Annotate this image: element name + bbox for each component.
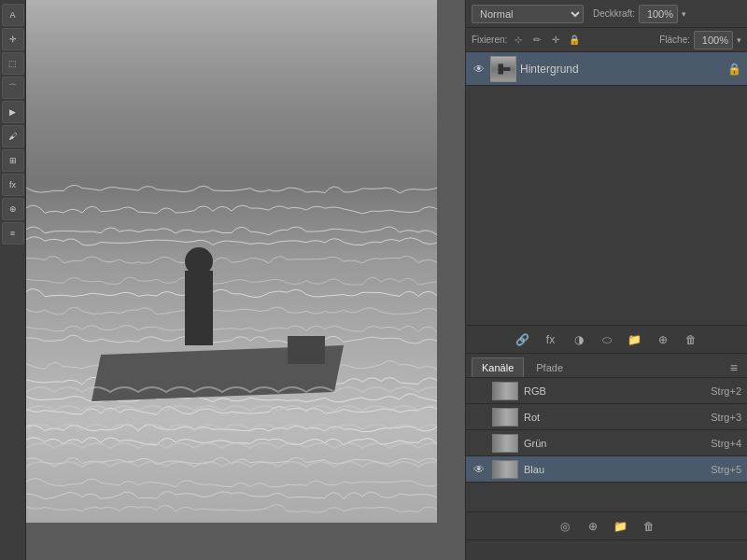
fix-lock-icon[interactable]: 🔒 xyxy=(567,33,582,48)
opacity-label: Deckkraft: xyxy=(593,8,635,19)
tool-play[interactable]: ▶ xyxy=(2,101,24,123)
channel-row-rgb[interactable]: RGBStrg+2 xyxy=(466,378,747,404)
fill-arrow[interactable]: ▾ xyxy=(737,35,741,45)
canvas-area xyxy=(26,0,465,560)
fix-position-icon[interactable]: ⊹ xyxy=(511,33,526,48)
tool-zoom[interactable]: ⊕ xyxy=(2,198,24,220)
channel-row-rot[interactable]: RotStrg+3 xyxy=(466,404,747,430)
channel-row-blau[interactable]: 👁BlauStrg+5 xyxy=(466,456,747,483)
channel-new-icon[interactable]: ⊕ xyxy=(583,516,603,537)
layers-top-bar: Normal Deckkraft: ▾ xyxy=(466,0,747,28)
new-layer-icon[interactable]: ⊕ xyxy=(653,329,673,350)
panel-menu-btn[interactable]: ≡ xyxy=(726,358,741,377)
tool-select[interactable]: ⬚ xyxy=(2,52,24,75)
fix-label: Fixieren: xyxy=(472,35,507,45)
layer-thumbnail xyxy=(490,56,516,82)
channel-thumb-grün xyxy=(492,434,518,453)
channel-thumb-blau xyxy=(492,460,518,479)
channel-shortcut-rgb: Strg+2 xyxy=(711,385,741,397)
fix-move-icon[interactable]: ✛ xyxy=(548,33,563,48)
fx-icon[interactable]: fx xyxy=(541,329,561,350)
layer-visibility-eye[interactable]: 👁 xyxy=(472,62,486,77)
folder-icon[interactable]: 📁 xyxy=(625,329,645,350)
left-toolbar: A ✛ ⬚ ⌒ ▶ 🖌 ⊞ fx ⊕ ≡ xyxy=(0,0,26,560)
channel-shortcut-grün: Strg+4 xyxy=(711,438,741,449)
tool-grid[interactable]: ⊞ xyxy=(2,149,24,172)
opacity-input[interactable] xyxy=(639,5,678,23)
bottom-panel: Kanäle Pfade ≡ RGBStrg+2RotStrg+3GrünStr… xyxy=(466,353,747,539)
channel-name-rgb: RGB xyxy=(524,385,705,397)
tabs-bar: Kanäle Pfade ≡ xyxy=(466,354,747,378)
tool-brush[interactable]: 🖌 xyxy=(2,125,24,147)
tool-move[interactable]: ✛ xyxy=(2,28,24,50)
channel-eye-blau[interactable]: 👁 xyxy=(472,463,486,476)
bw-canvas xyxy=(26,0,437,523)
photo-canvas xyxy=(26,0,437,523)
delete-layer-icon[interactable]: 🗑 xyxy=(681,329,701,350)
tab-kanaele[interactable]: Kanäle xyxy=(472,357,524,377)
link-icon[interactable]: 🔗 xyxy=(513,329,533,350)
fill-input[interactable] xyxy=(694,31,733,49)
layer-name: Hintergrund xyxy=(520,63,724,76)
channel-delete-icon[interactable]: 🗑 xyxy=(639,516,659,537)
channel-row-grün[interactable]: GrünStrg+4 xyxy=(466,430,747,456)
opacity-arrow[interactable]: ▾ xyxy=(682,9,686,19)
tool-menu[interactable]: ≡ xyxy=(2,222,24,245)
channel-folder-icon[interactable]: 📁 xyxy=(611,516,631,537)
layers-list: 👁 Hintergrund 🔒 xyxy=(466,52,747,325)
tool-lasso[interactable]: ⌒ xyxy=(2,77,24,99)
tab-pfade[interactable]: Pfade xyxy=(526,357,573,377)
channel-shortcut-blau: Strg+5 xyxy=(711,464,741,475)
channel-thumb-rot xyxy=(492,408,518,427)
status-bar xyxy=(466,539,747,560)
fix-brush-icon[interactable]: ✏ xyxy=(529,33,544,48)
fix-bar: Fixieren: ⊹ ✏ ✛ 🔒 Fläche: ▾ xyxy=(466,28,747,52)
channels-bottom-icon-bar: ◎ ⊕ 📁 🗑 xyxy=(466,511,747,539)
blend-mode-select[interactable]: Normal xyxy=(472,5,584,23)
layer-lock-icon: 🔒 xyxy=(727,63,741,76)
layer-thumb-canvas xyxy=(491,57,515,81)
channel-name-blau: Blau xyxy=(524,464,705,475)
channel-shortcut-rot: Strg+3 xyxy=(711,412,741,423)
tool-fx[interactable]: fx xyxy=(2,174,24,196)
layer-hintergrund[interactable]: 👁 Hintergrund 🔒 xyxy=(466,52,747,86)
right-panel: Normal Deckkraft: ▾ Fixieren: ⊹ ✏ ✛ 🔒 Fl… xyxy=(465,0,747,560)
tool-text[interactable]: A xyxy=(2,4,24,26)
layers-bottom-icon-bar: 🔗 fx ◑ ⬭ 📁 ⊕ 🗑 xyxy=(466,325,747,353)
channel-name-rot: Rot xyxy=(524,412,705,423)
fill-label: Fläche: xyxy=(659,35,690,45)
mask-icon[interactable]: ⬭ xyxy=(597,329,617,350)
adjustment-icon[interactable]: ◑ xyxy=(569,329,589,350)
channels-list: RGBStrg+2RotStrg+3GrünStrg+4👁BlauStrg+5 xyxy=(466,378,747,511)
channel-dotted-circle-icon[interactable]: ◎ xyxy=(555,516,575,537)
channel-thumb-rgb xyxy=(492,382,518,400)
channel-name-grün: Grün xyxy=(524,438,705,449)
